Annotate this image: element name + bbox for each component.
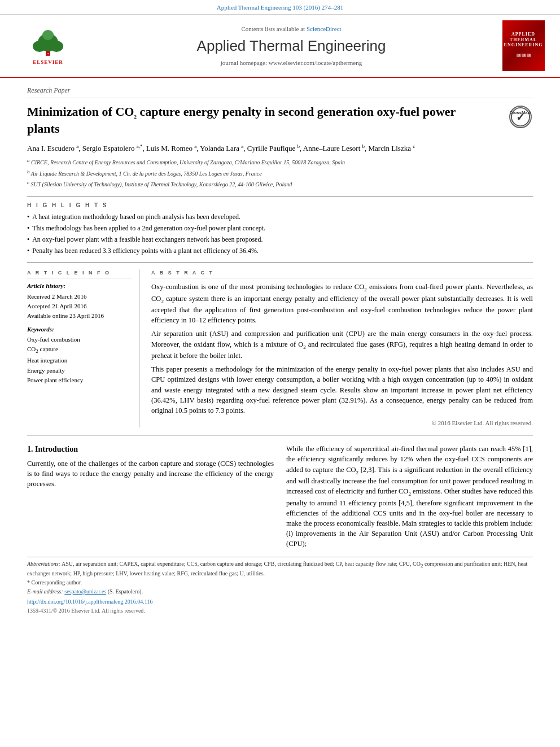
doi-link[interactable]: http://dx.doi.org/10.1016/j.applthermale… — [27, 598, 533, 606]
keyword-5: Power plant efficiency — [27, 376, 132, 385]
crossmark-badge[interactable]: ✓ CrossMark — [508, 104, 533, 129]
article-info-abstract-section: A R T I C L E I N F O Article history: R… — [27, 269, 533, 428]
introduction-title: 1. Introduction — [27, 444, 274, 455]
keyword-4: Energy penalty — [27, 366, 132, 375]
svg-point-2 — [33, 41, 46, 52]
sciencedirect-line: Contents lists available at ScienceDirec… — [85, 25, 498, 33]
footnote-area: Abbreviations: ASU, air separation unit;… — [27, 557, 533, 596]
highlight-item-1: • A heat integration methodology based o… — [27, 212, 533, 222]
journal-homepage: journal homepage: www.elsevier.com/locat… — [85, 59, 498, 67]
journal-citation-text: Applied Thermal Engineering 103 (2016) 2… — [217, 4, 343, 11]
paper-title-row: Minimization of CO2 capture energy penal… — [27, 104, 533, 137]
affiliation-c: c SUT (Silesian University of Technology… — [27, 179, 533, 189]
article-history-label: Article history: — [27, 282, 132, 290]
keywords-label: Keywords: — [27, 325, 132, 334]
highlights-section: H I G H L I G H T S • A heat integration… — [27, 196, 533, 262]
bullet-icon: • — [27, 224, 29, 233]
affiliation-a: a CIRCE, Research Centre of Energy Resou… — [27, 157, 533, 167]
intro-left-text: Currently, one of the challenges of the … — [27, 458, 274, 489]
bullet-icon: • — [27, 235, 29, 244]
highlights-title: H I G H L I G H T S — [27, 202, 533, 209]
elsevier-wordmark: ELSEVIER — [33, 59, 63, 66]
bullet-icon: • — [27, 246, 29, 256]
intro-right-column: While the efficiency of supercritical ai… — [286, 444, 533, 549]
available-date: Available online 23 April 2016 — [27, 312, 132, 320]
paper-title: Minimization of CO2 capture energy penal… — [27, 104, 479, 137]
corresponding-author-footnote: * Corresponding author. — [27, 579, 533, 587]
keyword-2: CO2 capture — [27, 345, 132, 355]
highlight-item-4: • Penalty has been reduced 3.3 efficienc… — [27, 246, 533, 256]
paper-type-label: Research Paper — [27, 86, 533, 98]
elsevier-tree-icon: ⚗ — [25, 27, 71, 58]
article-info-heading: A R T I C L E I N F O — [27, 269, 132, 279]
affiliation-b: b Air Liquide Research & Development, 1 … — [27, 168, 533, 178]
journal-citation-banner: Applied Thermal Engineering 103 (2016) 2… — [0, 0, 560, 15]
abstract-text: Oxy-combustion is one of the most promis… — [151, 282, 533, 416]
copyright-notice: © 2016 Elsevier Ltd. All rights reserved… — [151, 419, 533, 427]
article-info-column: A R T I C L E I N F O Article history: R… — [27, 269, 140, 428]
journal-title: Applied Thermal Engineering — [85, 36, 498, 56]
accepted-date: Accepted 21 April 2016 — [27, 302, 132, 311]
journal-title-area: Contents lists available at ScienceDirec… — [85, 25, 498, 67]
footer-copyright: 1359-4311/© 2016 Elsevier Ltd. All right… — [27, 607, 533, 615]
elsevier-logo: ⚗ ELSEVIER — [25, 27, 71, 66]
sciencedirect-link[interactable]: ScienceDirect — [307, 25, 342, 32]
abstract-heading: A B S T R A C T — [151, 269, 533, 279]
journal-header: ⚗ ELSEVIER Contents lists available at S… — [0, 15, 560, 78]
received-date: Received 2 March 2016 — [27, 292, 132, 301]
paper-section: Research Paper Minimization of CO2 captu… — [0, 78, 560, 436]
crossmark-icon: ✓ CrossMark — [509, 106, 532, 128]
journal-cover-thumbnail: APPLIEDTHERMALENGINEERING ≋≋≋ — [502, 20, 545, 71]
svg-point-3 — [50, 41, 63, 52]
keyword-1: Oxy-fuel combustion — [27, 335, 132, 344]
email-footnote: E-mail address: sespato@unizar.es (S. Es… — [27, 588, 533, 596]
highlight-item-2: • This methodology has been applied to a… — [27, 224, 533, 233]
intro-left-column: 1. Introduction Currently, one of the ch… — [27, 444, 274, 549]
authors-line: Ana I. Escudero a, Sergio Espatolero a,*… — [27, 143, 533, 154]
affiliations: a CIRCE, Research Centre of Energy Resou… — [27, 157, 533, 189]
elsevier-logo-area: ⚗ ELSEVIER — [11, 27, 85, 66]
svg-point-4 — [42, 30, 54, 40]
svg-text:⚗: ⚗ — [46, 53, 50, 57]
introduction-two-col: 1. Introduction Currently, one of the ch… — [27, 444, 533, 549]
body-section: 1. Introduction Currently, one of the ch… — [0, 444, 560, 615]
keyword-3: Heat integration — [27, 356, 132, 365]
bullet-icon: • — [27, 212, 29, 222]
highlight-item-3: • An oxy-fuel power plant with a feasibl… — [27, 235, 533, 244]
journal-cover-area: APPLIEDTHERMALENGINEERING ≋≋≋ — [498, 20, 549, 71]
svg-text:CrossMark: CrossMark — [510, 110, 531, 115]
abstract-column: A B S T R A C T Oxy-combustion is one of… — [151, 269, 533, 428]
abbreviations-footnote: Abbreviations: ASU, air separation unit;… — [27, 560, 533, 578]
section-divider — [27, 435, 533, 436]
author-email-link[interactable]: sespato@unizar.es — [64, 588, 106, 595]
intro-right-text: While the efficiency of supercritical ai… — [286, 444, 533, 549]
